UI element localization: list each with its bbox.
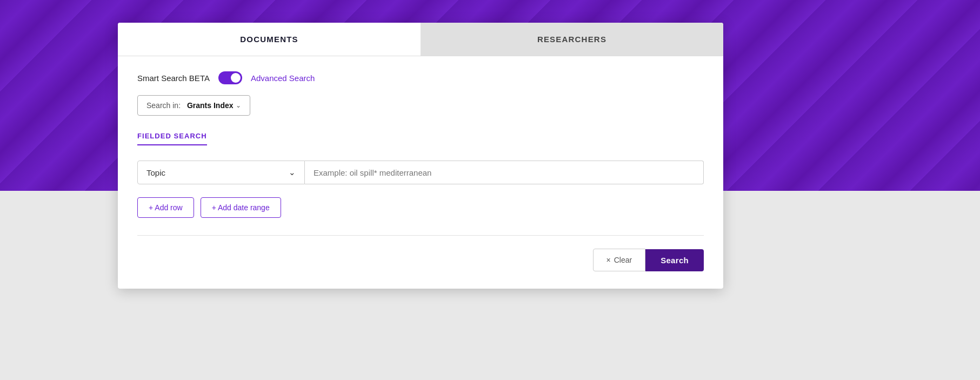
field-select-dropdown[interactable]: Topic ⌄ bbox=[137, 161, 305, 184]
field-select-value: Topic bbox=[146, 168, 165, 177]
search-in-value: Grants Index bbox=[187, 101, 234, 110]
field-select-chevron-icon: ⌄ bbox=[289, 168, 296, 177]
field-select-inner: Topic ⌄ bbox=[146, 168, 296, 177]
fielded-search-label: FIELDED SEARCH bbox=[137, 132, 207, 145]
toggle-thumb bbox=[231, 73, 241, 83]
toggle-track[interactable] bbox=[218, 71, 242, 84]
smart-search-row: Smart Search BETA Advanced Search bbox=[137, 71, 704, 84]
action-row: + Add row + Add date range bbox=[137, 197, 704, 218]
search-row: Topic ⌄ bbox=[137, 161, 704, 184]
add-date-range-button[interactable]: + Add date range bbox=[201, 197, 281, 218]
tab-bar: DOCUMENTS RESEARCHERS bbox=[118, 23, 723, 56]
modal-content: Smart Search BETA Advanced Search Search… bbox=[118, 56, 723, 289]
smart-search-label: Smart Search BETA bbox=[137, 74, 210, 83]
clear-label: Clear bbox=[614, 256, 632, 264]
search-in-prefix: Search in: bbox=[146, 101, 181, 110]
search-input[interactable] bbox=[305, 161, 704, 184]
tab-documents[interactable]: DOCUMENTS bbox=[118, 23, 421, 56]
search-in-dropdown[interactable]: Search in: Grants Index ⌄ bbox=[137, 95, 250, 116]
modal: DOCUMENTS RESEARCHERS Smart Search BETA … bbox=[118, 23, 723, 289]
search-button[interactable]: Search bbox=[645, 249, 704, 271]
bottom-row: × Clear Search bbox=[137, 235, 704, 271]
smart-search-toggle[interactable] bbox=[218, 71, 242, 84]
clear-button[interactable]: × Clear bbox=[593, 249, 646, 271]
search-in-chevron-icon: ⌄ bbox=[236, 102, 241, 109]
add-row-button[interactable]: + Add row bbox=[137, 197, 194, 218]
advanced-search-link[interactable]: Advanced Search bbox=[251, 74, 315, 83]
fielded-search-section: FIELDED SEARCH bbox=[137, 131, 704, 161]
clear-x-icon: × bbox=[606, 256, 611, 264]
tab-researchers[interactable]: RESEARCHERS bbox=[421, 23, 723, 56]
